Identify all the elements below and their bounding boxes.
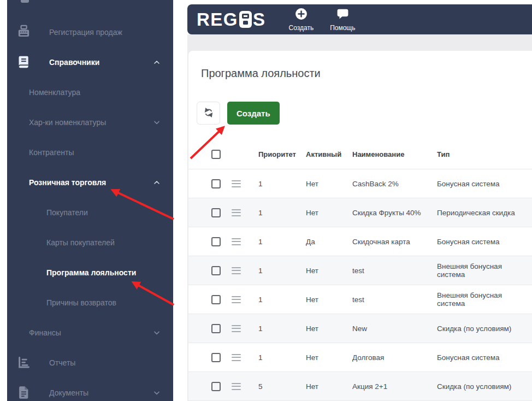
table-row[interactable]: 5 Нет Акция 2+1 Скидка (по условиям) xyxy=(188,372,532,401)
sidebar-item-label: Хар-ки номенклатуры xyxy=(29,118,106,127)
cell-type: Периодическая скидка xyxy=(437,209,532,217)
column-header-name[interactable]: Наименование xyxy=(352,150,437,158)
sidebar-item-finansy[interactable]: Финансы xyxy=(7,317,173,347)
loyalty-program-card: Программа лояльности Создать xyxy=(188,51,532,401)
sidebar-item-label: Отчеты xyxy=(49,358,75,367)
sidebar-item-dokumenty[interactable]: Документы xyxy=(7,378,173,401)
column-header-active[interactable]: Активный xyxy=(306,150,352,158)
cell-type: Бонусная система xyxy=(437,238,532,246)
sidebar-item-label: Розничная торговля xyxy=(29,178,106,187)
topbar-help-label: Помощь xyxy=(330,24,355,32)
cash-register-icon xyxy=(16,25,31,40)
chat-bubble-icon xyxy=(336,7,350,23)
regos-logo[interactable]: REGS xyxy=(197,10,266,28)
logo-text-suffix: S xyxy=(253,10,266,28)
cell-active: Да xyxy=(306,238,352,246)
chevron-down-icon xyxy=(152,388,161,397)
cell-active: Нет xyxy=(306,180,352,188)
select-all-checkbox[interactable] xyxy=(211,150,221,159)
cell-type: Внешняя бонусная система xyxy=(437,262,532,279)
sidebar-item-otchety[interactable]: Отчеты xyxy=(7,347,173,378)
cell-priority: 1 xyxy=(258,238,306,246)
table-row[interactable]: 1 Нет Долговая Бонусная система xyxy=(188,343,532,372)
table-row[interactable]: 1 Нет test Внешняя бонусная система xyxy=(188,256,532,285)
table-header-row: Приоритет Активный Наименование Тип xyxy=(188,139,532,169)
toolbar: Создать xyxy=(197,102,280,125)
clipped-icon-fragment xyxy=(21,0,29,3)
reports-icon xyxy=(16,355,31,370)
topbar-help-button[interactable]: Помощь xyxy=(330,7,355,32)
cell-type: Внешняя бонусная система xyxy=(437,291,532,308)
cell-type: Скидка (по условиям) xyxy=(437,382,532,391)
row-checkbox[interactable] xyxy=(211,324,221,333)
sidebar-item-registratsiya-prodazh[interactable]: Регистрация продаж xyxy=(7,17,173,47)
cell-type: Бонусная система xyxy=(437,353,532,362)
cell-priority: 1 xyxy=(258,180,306,188)
sidebar-item-label: Номенклатура xyxy=(29,88,80,97)
sidebar-item-prichiny-vozvratov[interactable]: Причины возвратов xyxy=(7,287,173,317)
cell-name: CashBack 2% xyxy=(352,180,437,188)
sidebar-item-programma-loyalnosti[interactable]: Программа лояльности xyxy=(7,257,173,287)
sidebar-item-label: Справочники xyxy=(49,58,99,67)
sidebar-item-karty-pokupatelei[interactable]: Карты покупателей xyxy=(7,227,173,257)
column-header-priority[interactable]: Приоритет xyxy=(258,150,306,158)
drag-handle-icon[interactable] xyxy=(232,383,241,390)
table-body: 1 Нет CashBack 2% Бонусная система 1 Нет… xyxy=(188,169,532,401)
drag-handle-icon[interactable] xyxy=(232,238,241,245)
sidebar: Регистрация продаж Справочники xyxy=(7,0,173,401)
row-checkbox[interactable] xyxy=(211,208,221,217)
drag-handle-icon[interactable] xyxy=(232,209,241,216)
cell-active: Нет xyxy=(306,353,352,362)
chevron-up-icon xyxy=(152,178,161,187)
sidebar-item-label: Документы xyxy=(49,388,88,397)
topbar: REGS Создать Помощь xyxy=(187,4,532,34)
sidebar-item-roznichnaya-torgovlya[interactable]: Розничная торговля xyxy=(7,167,173,197)
sidebar-item-label: Причины возвратов xyxy=(46,298,116,307)
cell-type: Скидка (по условиям) xyxy=(437,325,532,333)
row-checkbox[interactable] xyxy=(211,353,221,362)
sidebar-item-pokupateli[interactable]: Покупатели xyxy=(7,197,173,227)
chevron-down-icon xyxy=(152,328,161,337)
cell-priority: 1 xyxy=(258,296,306,304)
drag-handle-icon[interactable] xyxy=(232,267,241,274)
table-row[interactable]: 1 Нет CashBack 2% Бонусная система xyxy=(188,169,532,198)
cell-name: Скидочная карта xyxy=(352,238,437,246)
sidebar-item-kontragenty[interactable]: Контрагенты xyxy=(7,137,173,167)
row-checkbox[interactable] xyxy=(211,179,221,188)
cell-active: Нет xyxy=(306,209,352,217)
book-icon xyxy=(16,55,31,70)
cell-name: New xyxy=(352,325,437,333)
drag-handle-icon[interactable] xyxy=(232,354,241,361)
table-row[interactable]: 1 Нет New Скидка (по условиям) xyxy=(188,314,532,343)
column-header-type[interactable]: Тип xyxy=(437,150,532,158)
sidebar-item-spravochniki[interactable]: Справочники xyxy=(7,47,173,77)
table-row[interactable]: 1 Нет Скидка Фрукты 40% Периодическая ск… xyxy=(188,198,532,227)
row-checkbox[interactable] xyxy=(211,266,221,275)
sidebar-item-harki-nomenklatury[interactable]: Хар-ки номенклатуры xyxy=(7,107,173,137)
cell-name: Акция 2+1 xyxy=(352,382,437,391)
sidebar-item-label: Регистрация продаж xyxy=(49,28,122,37)
cell-name: test xyxy=(352,267,437,275)
cell-name: test xyxy=(352,296,437,304)
row-checkbox[interactable] xyxy=(211,237,221,246)
sidebar-item-nomenklatura[interactable]: Номенклатура xyxy=(7,77,173,107)
drag-handle-icon[interactable] xyxy=(232,325,241,332)
cell-active: Нет xyxy=(306,267,352,275)
sidebar-item-label: Контрагенты xyxy=(29,148,74,157)
drag-handle-icon[interactable] xyxy=(232,180,241,187)
cell-active: Нет xyxy=(306,325,352,333)
create-button[interactable]: Создать xyxy=(227,102,280,125)
table-row[interactable]: 1 Нет test Внешняя бонусная система xyxy=(188,285,532,314)
refresh-icon xyxy=(203,107,214,120)
table-row[interactable]: 1 Да Скидочная карта Бонусная система xyxy=(188,227,532,256)
chevron-down-icon xyxy=(152,118,161,127)
cell-name: Долговая xyxy=(352,353,437,362)
drag-handle-icon[interactable] xyxy=(232,296,241,303)
row-checkbox[interactable] xyxy=(211,382,221,391)
refresh-button[interactable] xyxy=(197,102,220,125)
topbar-create-button[interactable]: Создать xyxy=(289,7,314,32)
sidebar-item-label: Программа лояльности xyxy=(46,268,136,277)
row-checkbox[interactable] xyxy=(211,295,221,304)
cell-name: Скидка Фрукты 40% xyxy=(352,209,437,217)
sidebar-nav: Регистрация продаж Справочники xyxy=(7,17,173,401)
